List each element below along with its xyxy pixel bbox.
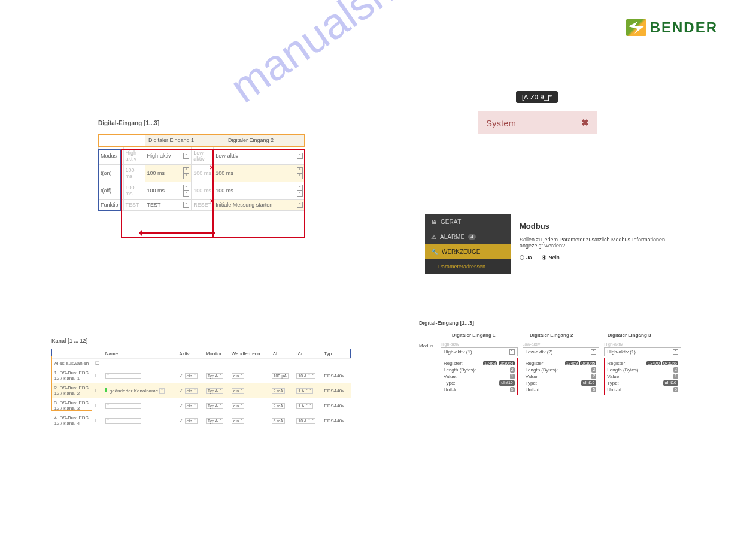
- device-icon: 🖥: [431, 219, 437, 225]
- sidebar-item-alarms[interactable]: ⚠ALARME4: [425, 229, 511, 244]
- brand-text: BENDER: [650, 19, 718, 36]
- figD-title: Kanal [1 ... 12]: [51, 338, 351, 344]
- close-icon[interactable]: ✕: [210, 164, 214, 171]
- figA-col1: Digitaler Eingang 1: [145, 135, 224, 146]
- arrow-icon: [142, 232, 212, 234]
- modbus-title: Modbus: [520, 222, 670, 231]
- alarm-count-badge: 4: [468, 234, 475, 240]
- close-icon[interactable]: ✖: [581, 117, 589, 128]
- row-checkbox[interactable]: ☐: [93, 368, 103, 383]
- sidebar-item-tools[interactable]: 🔧WERKZEUGE: [425, 244, 511, 259]
- rule-left: [38, 40, 533, 40]
- figure-modbus: 🖥GERÄT ⚠ALARME4 🔧WERKZEUGE Parameteradre…: [425, 214, 679, 274]
- logo-icon: [626, 19, 646, 36]
- figA-col-header: Digitaler Eingang 1 Digitaler Eingang 2: [98, 134, 305, 147]
- modus-select[interactable]: High-aktiv (1)˅: [441, 347, 518, 356]
- annotation-orange-channels: [51, 356, 92, 411]
- annotation-blue-labels: [98, 149, 121, 211]
- name-field[interactable]: ˅: [103, 413, 177, 428]
- figure-modbus-info: Digital-Eingang [1...3] Digitaler Eingan…: [419, 320, 684, 395]
- modbus-info-box: Register:12470 0x30b6Length (Bytes):2Val…: [604, 358, 681, 395]
- sidebar: 🖥GERÄT ⚠ALARME4 🔧WERKZEUGE Parameteradre…: [425, 214, 511, 274]
- figure-kanal-table: Kanal [1 ... 12] Name Aktiv Monitor Wand…: [51, 338, 351, 428]
- sidebar-item-device[interactable]: 🖥GERÄT: [425, 214, 511, 229]
- page: BENDER manualshive.com Digital-Eingang […: [0, 0, 756, 535]
- row-checkbox[interactable]: ☐: [93, 383, 103, 398]
- modbus-panel: Modbus Sollen zu jedem Parameter zusätzl…: [511, 214, 679, 266]
- annotation-red-col2: [212, 149, 305, 238]
- modus-select[interactable]: Low-aktiv (2)˅: [523, 347, 600, 356]
- close-icon[interactable]: ✕: [210, 198, 214, 204]
- radio-no[interactable]: Nein: [542, 255, 560, 261]
- figure-validation-error: [A-Z0-9_]* System ✖: [478, 91, 597, 134]
- rule-right: [534, 40, 604, 40]
- error-row: System ✖: [478, 111, 597, 134]
- radio-yes[interactable]: Ja: [520, 255, 532, 261]
- modbus-info-box: Register:12468 0x30b4Length (Bytes):2Val…: [441, 358, 518, 395]
- modbus-question: Sollen zu jedem Parameter zusätzlich Mod…: [520, 237, 670, 249]
- wrench-icon: 🔧: [431, 249, 438, 255]
- figA-col2: Digitaler Eingang 2: [224, 135, 304, 146]
- warning-icon: ⚠: [431, 234, 436, 240]
- error-text: System: [486, 118, 516, 128]
- figA-title: Digital-Eingang [1...3]: [98, 120, 305, 126]
- annotation-red-col1: [121, 149, 214, 238]
- figD-header: Name Aktiv Monitor Wandlertrenn. IΔL IΔn…: [52, 349, 351, 359]
- modus-select[interactable]: High-aktiv (1)˅: [604, 347, 681, 356]
- row-checkbox[interactable]: ☐: [93, 413, 103, 428]
- figure-digital-eingang: Digital-Eingang [1...3] Digitaler Eingan…: [98, 120, 305, 211]
- regex-tooltip: [A-Z0-9_]*: [516, 91, 558, 103]
- figE-title: Digital-Eingang [1...3]: [419, 320, 684, 326]
- brand-logo: BENDER: [626, 19, 718, 36]
- name-field[interactable]: ˅: [103, 368, 177, 383]
- channel-label: 4. DS-Bus: EDS 12 / Kanal 4: [52, 413, 93, 428]
- modbus-info-box: Register:12469 0x30b5Length (Bytes):2Val…: [523, 358, 600, 395]
- sidebar-item-parameter-addresses[interactable]: Parameteradressen: [425, 259, 511, 274]
- row-checkbox[interactable]: ☐: [93, 398, 103, 413]
- name-field[interactable]: geänderter Kanalname˅: [103, 383, 177, 398]
- name-field[interactable]: ˅: [103, 398, 177, 413]
